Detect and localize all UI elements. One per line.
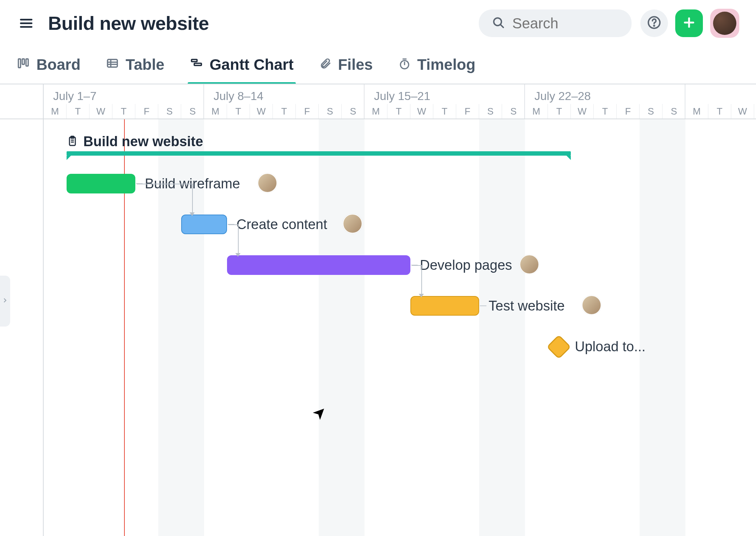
expand-sidebar-handle[interactable]: [0, 276, 10, 327]
view-tabs: Board Table Gantt Chart Files Timelog: [0, 41, 756, 84]
gantt-body[interactable]: Build new websiteBuild wireframeCreate c…: [0, 119, 756, 536]
week-column: July 8–14MTWTFSS: [204, 84, 365, 119]
body-gutter: [0, 119, 44, 536]
day-letter: F: [617, 104, 640, 119]
day-letter: F: [296, 104, 319, 119]
paperclip-icon: [319, 56, 331, 73]
day-letter: W: [571, 104, 594, 119]
add-button[interactable]: [675, 9, 703, 37]
day-letter: S: [342, 104, 365, 119]
task-bar-content[interactable]: [181, 215, 227, 234]
day-letter: W: [250, 104, 273, 119]
day-letter: T: [548, 104, 571, 119]
search-input[interactable]: [512, 15, 618, 32]
avatar-image: [713, 12, 736, 35]
day-letter: T: [594, 104, 617, 119]
help-icon: [647, 16, 661, 31]
app-header: Build new website: [0, 0, 756, 41]
tab-label: Files: [338, 56, 373, 73]
week-label: July 22–28: [534, 89, 591, 103]
day-letter: F: [456, 104, 479, 119]
svg-rect-11: [26, 59, 28, 66]
search-field[interactable]: [479, 9, 632, 37]
menu-icon[interactable]: [17, 14, 36, 33]
tab-label: Timelog: [417, 56, 476, 73]
group-header[interactable]: Build new website: [67, 134, 203, 149]
svg-point-6: [654, 25, 654, 26]
stopwatch-icon: [398, 56, 411, 73]
day-letter: S: [181, 104, 204, 119]
day-letter: S: [502, 104, 525, 119]
group-label: Build new website: [83, 134, 203, 149]
svg-rect-16: [191, 60, 197, 62]
day-letter: W: [410, 104, 433, 119]
day-letter: S: [663, 104, 685, 119]
day-letter: F: [135, 104, 158, 119]
tab-timelog[interactable]: Timelog: [398, 52, 476, 84]
week-label: July 1–7: [53, 89, 96, 103]
task-label[interactable]: Build wireframe: [145, 176, 240, 192]
task-bar-test[interactable]: [410, 296, 479, 316]
day-letter: T: [387, 104, 410, 119]
clipboard-icon: [67, 135, 78, 148]
task-bar-wire[interactable]: [67, 174, 135, 193]
day-letter: M: [204, 104, 227, 119]
assignee-avatar[interactable]: [343, 214, 362, 233]
svg-rect-9: [19, 59, 21, 68]
table-icon: [106, 56, 119, 73]
svg-rect-12: [108, 60, 118, 67]
day-letter: S: [319, 104, 342, 119]
tab-board[interactable]: Board: [17, 52, 80, 84]
tab-gantt[interactable]: Gantt Chart: [190, 52, 294, 84]
project-title[interactable]: Build new website: [48, 12, 209, 34]
assignee-avatar[interactable]: [582, 295, 601, 315]
gantt-icon: [190, 56, 203, 73]
week-column: July 1–7MTWTFSS: [44, 84, 204, 119]
svg-rect-10: [22, 59, 24, 64]
tab-files[interactable]: Files: [319, 52, 373, 84]
day-letter: S: [479, 104, 502, 119]
week-column: July 15–21MTWTFSS: [365, 84, 525, 119]
tab-table[interactable]: Table: [106, 52, 164, 84]
assignee-avatar[interactable]: [520, 255, 539, 274]
svg-rect-17: [194, 63, 202, 65]
task-label[interactable]: Test website: [489, 298, 565, 314]
tab-label: Table: [126, 56, 164, 73]
plus-icon: [682, 15, 696, 31]
day-letter: T: [112, 104, 135, 119]
day-letter: T: [227, 104, 250, 119]
week-column: July 22–28MTWTFSS: [525, 84, 685, 119]
task-bar-dev[interactable]: [227, 255, 410, 275]
tab-label: Board: [36, 56, 80, 73]
day-letter: M: [365, 104, 387, 119]
board-icon: [17, 56, 30, 73]
day-letter: T: [433, 104, 456, 119]
day-letter: W: [89, 104, 112, 119]
day-letter: T: [708, 104, 731, 119]
assignee-avatar[interactable]: [258, 173, 277, 193]
day-letter: M: [525, 104, 548, 119]
user-avatar[interactable]: [710, 9, 739, 38]
day-letter: W: [731, 104, 754, 119]
week-label: July 15–21: [374, 89, 430, 103]
task-label[interactable]: Develop pages: [420, 257, 512, 273]
week-label: July 8–14: [214, 89, 263, 103]
task-label[interactable]: Create content: [236, 217, 327, 232]
milestone-label[interactable]: Upload to...: [575, 339, 645, 355]
help-button[interactable]: [640, 9, 668, 37]
day-letter: S: [158, 104, 181, 119]
day-letter: S: [640, 104, 663, 119]
tab-label: Gantt Chart: [210, 56, 294, 73]
gantt-chart: July 1–7MTWTFSSJuly 8–14MTWTFSSJuly 15–2…: [0, 84, 756, 536]
gantt-grid[interactable]: Build new websiteBuild wireframeCreate c…: [44, 119, 756, 536]
search-icon: [492, 16, 505, 31]
day-letter: T: [273, 104, 296, 119]
day-letter: M: [44, 104, 67, 119]
timeline-header: July 1–7MTWTFSSJuly 8–14MTWTFSSJuly 15–2…: [0, 84, 756, 119]
group-bar[interactable]: [67, 151, 571, 156]
chevron-right-icon: [2, 297, 8, 305]
day-letter: T: [754, 104, 756, 119]
svg-line-4: [501, 25, 504, 28]
day-letter: T: [67, 104, 89, 119]
timeline-gutter: [0, 84, 44, 119]
